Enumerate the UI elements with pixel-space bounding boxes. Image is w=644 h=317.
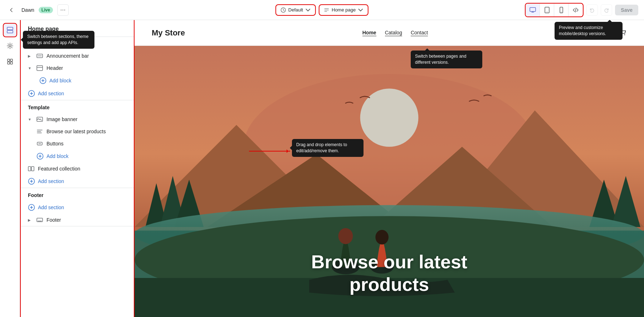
add-block-template[interactable]: Add block [21, 150, 134, 163]
footer-label: Footer [47, 217, 127, 223]
page-dropdown[interactable]: Home page [319, 4, 369, 16]
group-title-footer: Footer [21, 188, 134, 201]
svg-point-5 [561, 11, 562, 12]
svg-point-3 [547, 11, 547, 12]
svg-rect-7 [7, 30, 13, 33]
sidebar-item-buttons[interactable]: Buttons [21, 138, 134, 150]
search-icon[interactable] [605, 28, 613, 37]
featured-collection-label: Featured collection [38, 166, 127, 172]
panel-header: Home page [21, 20, 134, 37]
add-section-footer-label: Add section [38, 205, 64, 210]
svg-rect-21 [31, 167, 34, 171]
hero-banner: Browse our latest products Drag and drop… [135, 46, 644, 317]
svg-point-26 [622, 34, 623, 35]
tablet-view-button[interactable] [540, 4, 554, 16]
featured-collection-icon [28, 165, 34, 172]
section-icon [36, 53, 43, 59]
chevron-right-icon: ▶ [28, 54, 33, 58]
image-banner-label: Image banner [47, 116, 127, 122]
default-dropdown[interactable]: Default [275, 4, 316, 16]
topbar-center: Default Home page [275, 4, 369, 16]
topbar-left: Dawn Live ··· [6, 4, 69, 16]
announcement-bar-label: Announcement bar [47, 53, 127, 59]
header-section-icon [36, 65, 43, 71]
svg-rect-1 [530, 8, 536, 11]
sidebar-item-footer[interactable]: ▶ Footer [21, 214, 134, 226]
svg-rect-6 [7, 27, 13, 30]
topbar-right: Save [525, 3, 638, 17]
topbar: Dawn Live ··· Default Home page [0, 0, 644, 20]
plus-icon [39, 77, 47, 84]
add-block-header[interactable]: Add block [21, 74, 134, 87]
main-layout: Switch between sections, theme settings … [0, 20, 644, 317]
section-group-template: Template ▼ Image banner Browse our lates… [21, 100, 134, 188]
svg-point-47 [375, 230, 389, 245]
buttons-label: Buttons [47, 141, 127, 147]
cart-icon[interactable] [619, 28, 627, 37]
sidebar-btn-settings[interactable] [3, 39, 17, 53]
store-logo: My Store [152, 28, 185, 38]
add-section-header[interactable]: Add section [21, 87, 134, 100]
store-nav-icons [605, 28, 627, 37]
group-title-template: Template [21, 100, 134, 113]
mobile-view-button[interactable] [554, 4, 569, 16]
svg-rect-20 [28, 167, 31, 171]
section-panel: Home page Header ▶ Announcement bar ▼ He… [20, 20, 135, 317]
buttons-icon [36, 140, 43, 147]
hero-text-container: Browse our latest products [282, 251, 497, 296]
svg-point-27 [624, 34, 625, 35]
hero-heading: Browse our latest products [282, 251, 497, 296]
live-badge: Live [39, 7, 53, 13]
group-title-header: Header [21, 37, 134, 50]
nav-link-contact[interactable]: Contact [411, 30, 428, 36]
icon-sidebar: Switch between sections, theme settings … [0, 20, 20, 317]
svg-rect-9 [8, 59, 10, 61]
drag-arrow [249, 151, 290, 152]
footer-icon [36, 217, 43, 223]
svg-point-8 [9, 45, 11, 47]
add-section-header-label: Add section [38, 91, 64, 96]
store-nav: My Store Home Catalog Contact [135, 20, 644, 46]
plus-icon-3 [28, 178, 35, 185]
sidebar-btn-apps[interactable] [3, 54, 17, 69]
code-view-button[interactable] [569, 4, 583, 16]
add-section-footer[interactable]: Add section [21, 201, 134, 214]
desktop-view-button[interactable] [526, 4, 540, 16]
home-page-label: Home page [332, 7, 356, 13]
chevron-right-icon-2: ▶ [28, 218, 33, 222]
nav-link-catalog[interactable]: Catalog [385, 30, 402, 36]
sidebar-item-featured-collection[interactable]: Featured collection [21, 163, 134, 175]
svg-rect-11 [8, 62, 10, 64]
nav-link-home[interactable]: Home [362, 30, 376, 36]
text-block-icon [36, 128, 43, 135]
add-section-plus-icon [28, 90, 35, 97]
section-group-header: Header ▶ Announcement bar ▼ Header Add b… [21, 37, 134, 100]
view-buttons [525, 3, 584, 17]
svg-rect-12 [10, 62, 13, 64]
svg-rect-14 [37, 66, 43, 71]
add-section-template-label: Add section [38, 178, 64, 184]
sidebar-item-hero-text[interactable]: Browse our latest products [21, 125, 134, 138]
default-label: Default [288, 7, 303, 13]
back-button[interactable] [6, 4, 17, 16]
sidebar-item-announcement-bar[interactable]: ▶ Announcement bar [21, 50, 134, 62]
add-block-template-label: Add block [47, 153, 68, 159]
sidebar-item-header[interactable]: ▼ Header [21, 62, 134, 74]
svg-rect-10 [10, 59, 13, 61]
more-button[interactable]: ··· [57, 4, 69, 16]
store-nav-links: Home Catalog Contact [362, 30, 428, 36]
svg-point-45 [338, 228, 353, 244]
theme-name: Dawn [21, 7, 34, 13]
undo-button[interactable] [586, 4, 598, 16]
save-button[interactable]: Save [615, 5, 638, 15]
chevron-down-icon: ▼ [28, 66, 33, 70]
preview-area: My Store Home Catalog Contact [135, 20, 644, 317]
add-block-header-label: Add block [49, 78, 71, 83]
sidebar-item-image-banner[interactable]: ▼ Image banner [21, 113, 134, 125]
sidebar-btn-sections[interactable] [3, 23, 17, 37]
redo-button[interactable] [601, 4, 612, 16]
add-section-template[interactable]: Add section [21, 175, 134, 188]
plus-icon-4 [28, 204, 35, 211]
hero-text-label: Browse our latest products [47, 129, 127, 134]
image-banner-icon [36, 116, 43, 123]
